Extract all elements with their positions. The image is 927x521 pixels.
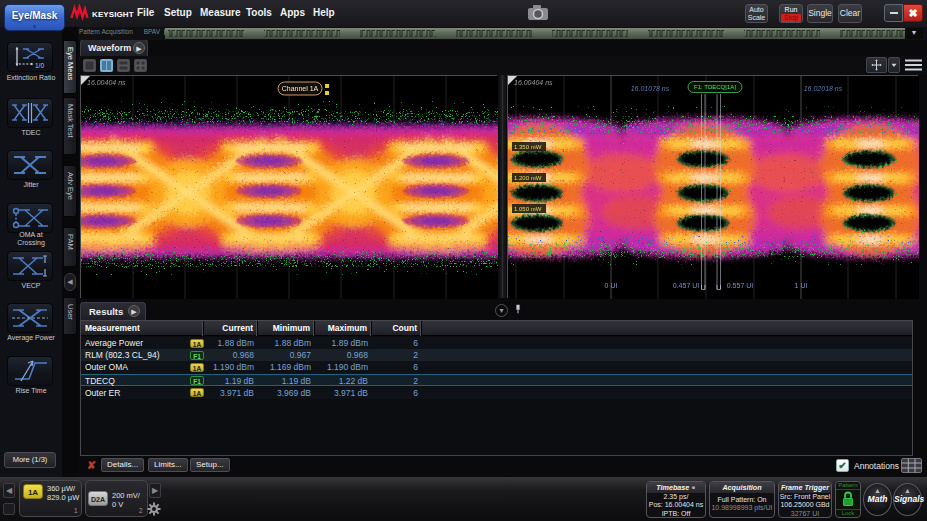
svg-text:1/0: 1/0: [35, 62, 44, 69]
svg-text:16.00404 ns: 16.00404 ns: [514, 79, 553, 86]
svg-text:16.01078 ns: 16.01078 ns: [631, 85, 670, 92]
svg-text:16.00404 ns: 16.00404 ns: [87, 79, 126, 86]
svg-text:KEYSIGHT: KEYSIGHT: [92, 10, 134, 19]
svg-text:F1: TDECQ[1A]: F1: TDECQ[1A]: [694, 84, 736, 90]
svg-text:1.200 mW: 1.200 mW: [514, 175, 542, 181]
svg-text:0.557 UI: 0.557 UI: [727, 282, 754, 289]
svg-text:Channel 1A: Channel 1A: [282, 85, 319, 92]
svg-text:16.02018 ns: 16.02018 ns: [804, 85, 843, 92]
svg-text:0.457 UI: 0.457 UI: [673, 282, 700, 289]
svg-text:0 UI: 0 UI: [605, 282, 618, 289]
svg-text:1.350 mW: 1.350 mW: [514, 144, 542, 150]
svg-text:1 UI: 1 UI: [795, 282, 808, 289]
svg-text:1.050 mW: 1.050 mW: [514, 206, 542, 212]
